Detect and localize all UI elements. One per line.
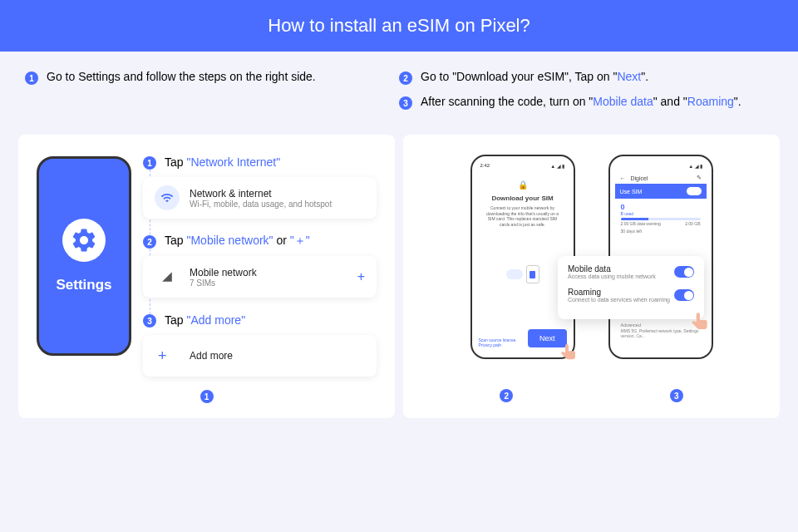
- step-bullet-3: 3: [143, 314, 156, 328]
- roaming-toggle[interactable]: [674, 289, 694, 301]
- use-sim-toggle[interactable]: [687, 187, 702, 195]
- header-title: How to install an eSIM on Pixel?: [268, 15, 530, 36]
- mobile-data-row: Mobile data Access data using mobile net…: [568, 264, 694, 279]
- bullet-2: 2: [399, 71, 412, 85]
- intro-item-2: 2 Go to "Download your eSIM", Tap on "Ne…: [399, 70, 773, 85]
- mobile-network-link: "Mobile network": [186, 234, 273, 247]
- intro-item-3: 3 After scanning the code, turn on "Mobi…: [399, 95, 773, 110]
- panel-1: Settings 1 Tap "Network Internet" Networ…: [18, 135, 395, 418]
- mobile-network-card[interactable]: Mobile network 7 SIMs +: [143, 256, 377, 298]
- intro-text-3: After scanning the code, turn on "Mobile…: [421, 95, 741, 108]
- next-link: Next: [617, 70, 641, 83]
- status-bar: ▲ ◢ ▮: [615, 163, 707, 172]
- card-sub: 7 SIMs: [190, 278, 257, 288]
- intro-text-2: Go to "Download your eSIM", Tap on "Next…: [421, 70, 648, 83]
- network-internet-card[interactable]: Network & internet Wi-Fi, mobile, data u…: [143, 177, 377, 219]
- intro-item-1: 1 Go to Settings and follow the steps on…: [25, 70, 399, 85]
- mobile-data-toggle[interactable]: [674, 266, 694, 278]
- toggles-popup: Mobile data Access data using mobile net…: [558, 256, 704, 319]
- tap-pointer-icon: [689, 311, 711, 332]
- carrier-row: ← Digicel ✎: [615, 172, 707, 184]
- intro-section: 1 Go to Settings and follow the steps on…: [0, 52, 798, 135]
- intro-left: 1 Go to Settings and follow the steps on…: [25, 70, 399, 120]
- panels-row: Settings 1 Tap "Network Internet" Networ…: [0, 135, 798, 418]
- lock-icon: 🔒: [518, 180, 528, 190]
- step-3: 3 Tap "Add more" + Add more: [143, 313, 377, 377]
- card-title: Network & internet: [190, 188, 332, 200]
- carrier-name: Digicel: [626, 175, 697, 181]
- sim-icon: [526, 265, 539, 283]
- wifi-icon: [155, 185, 180, 210]
- edit-icon[interactable]: ✎: [697, 175, 702, 181]
- roaming-sub: Connect to data services when roaming: [568, 297, 670, 303]
- usage-bar: [621, 218, 701, 220]
- sim-illustration: [506, 254, 539, 295]
- plus-link: "＋": [290, 234, 310, 247]
- plus-icon[interactable]: +: [357, 269, 365, 284]
- step-2: 2 Tap "Mobile network" or "＋" Mobile net…: [143, 234, 377, 298]
- card-sub: Wi-Fi, mobile, data usage, and hotspot: [190, 200, 332, 209]
- tap-pointer-icon: [559, 342, 579, 362]
- roaming-link: Roaming: [687, 95, 734, 108]
- status-icons: ▲ ◢ ▮: [688, 163, 702, 169]
- card-title: Add more: [190, 350, 233, 362]
- data-used: 0: [621, 203, 701, 211]
- add-more-card[interactable]: + Add more: [143, 335, 377, 377]
- step-1: 1 Tap "Network Internet" Network & inter…: [143, 155, 377, 219]
- intro-text-1: Go to Settings and follow the steps on t…: [47, 70, 316, 83]
- roaming-row: Roaming Connect to data services when ro…: [568, 288, 694, 303]
- status-bar: 2:42▲ ◢ ▮: [477, 163, 569, 172]
- network-internet-link: "Network Internet": [186, 155, 280, 169]
- steps-column: 1 Tap "Network Internet" Network & inter…: [143, 155, 377, 377]
- cloud-icon: [506, 269, 523, 279]
- roaming-title: Roaming: [568, 288, 670, 297]
- back-icon[interactable]: ←: [620, 175, 626, 181]
- plus-icon: +: [155, 343, 180, 368]
- panel-2: 2:42▲ ◢ ▮ 🔒 Download your SIM Connect to…: [403, 135, 780, 418]
- privacy-link[interactable]: Scan source license. Privacy path: [479, 337, 528, 347]
- settings-label: Settings: [56, 277, 111, 293]
- status-icons: ▲ ◢ ▮: [550, 163, 564, 169]
- use-sim-row: Use SIM: [615, 184, 707, 199]
- signal-icon: [155, 264, 180, 289]
- download-desc: Connect to your mobile network by downlo…: [482, 205, 564, 227]
- mobile-data-link: Mobile data: [593, 95, 653, 108]
- intro-right: 2 Go to "Download your eSIM", Tap on "Ne…: [399, 70, 773, 120]
- bullet-3: 3: [399, 96, 412, 110]
- download-sim-phone: 2:42▲ ◢ ▮ 🔒 Download your SIM Connect to…: [470, 155, 575, 359]
- download-title: Download your SIM: [491, 195, 553, 202]
- bullet-1: 1: [25, 71, 38, 85]
- page-header: How to install an eSIM on Pixel?: [0, 0, 798, 52]
- next-button[interactable]: Next: [528, 329, 567, 347]
- footer-right: 2 3: [421, 387, 761, 402]
- mobile-data-sub: Access data using mobile network: [568, 273, 656, 279]
- add-more-link: "Add more": [186, 313, 245, 327]
- footer-1: 1: [37, 388, 377, 403]
- gear-icon: [62, 219, 106, 262]
- step-bullet-2: 2: [143, 235, 156, 249]
- mobile-data-title: Mobile data: [568, 264, 656, 273]
- step-bullet-1: 1: [143, 156, 156, 170]
- settings-phone-mock: Settings: [37, 156, 131, 356]
- card-title: Mobile network: [190, 267, 257, 278]
